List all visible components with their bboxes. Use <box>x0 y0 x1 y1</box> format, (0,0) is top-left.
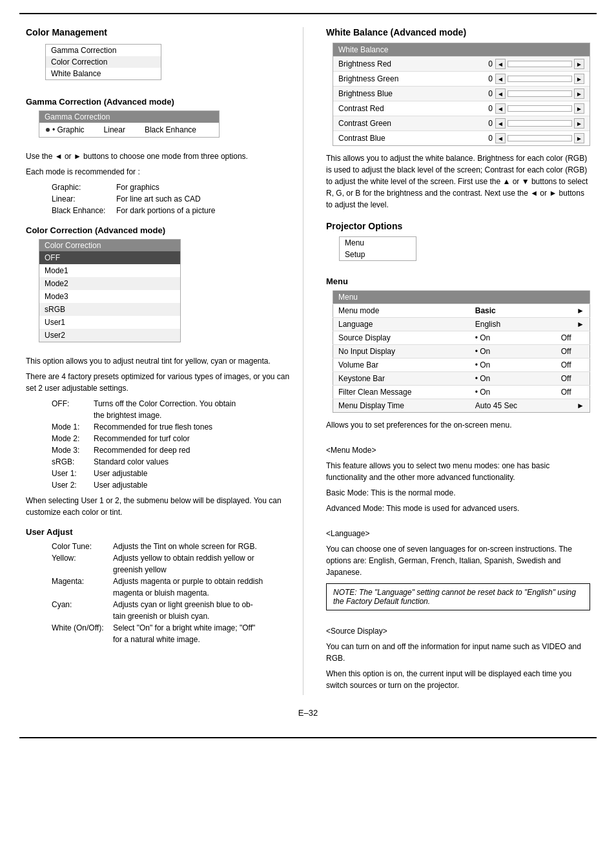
cc-modes-list: OFF: Turns off the Color Correction. You… <box>52 398 290 491</box>
slider-track <box>508 120 572 127</box>
wb-table-header: White Balance <box>333 43 590 56</box>
menu-table-header: Menu <box>333 291 590 304</box>
slider-track <box>508 61 572 67</box>
menu-row-mode-label: Menu mode <box>333 304 470 318</box>
gamma-desc-line1: Use the ◄ or ► buttons to choose one mod… <box>26 151 290 162</box>
menu-row-volume-bar: Volume Bar • On Off <box>333 359 590 372</box>
menu-section-heading: Menu <box>326 276 590 286</box>
slider-left-btn[interactable]: ◄ <box>495 133 506 143</box>
cc-mode-user1: User 1: User adjustable <box>52 468 290 479</box>
slider-contrast-green[interactable]: ◄ ► <box>495 118 584 129</box>
menu-row-keystone-bar: Keystone Bar • On Off <box>333 372 590 386</box>
color-management-menu: Gamma Correction Color Correction White … <box>45 44 161 80</box>
slider-right-btn[interactable]: ► <box>574 103 584 114</box>
cc-mode-3: Mode 3: Recommended for deep red <box>52 444 290 456</box>
user-adjust-heading: User Adjust <box>26 527 290 537</box>
menu-row-mode-value: Basic <box>470 304 556 318</box>
user-adjust-cyan: Cyan: Adjusts cyan or light greenish blu… <box>52 599 290 622</box>
language-desc: You can choose one of seven languages fo… <box>326 543 590 578</box>
menu-row-mode-arrow: ► <box>556 304 590 318</box>
slider-left-btn[interactable]: ◄ <box>495 59 506 69</box>
cc-desc1: This option allows you to adjust neutral… <box>26 355 290 367</box>
menu-desc1: Allows you to set preferences for the on… <box>326 419 590 431</box>
slider-left-btn[interactable]: ◄ <box>495 88 506 99</box>
cc-item-user1: User1 <box>39 316 180 329</box>
gamma-option-black-enhance: Black Enhance <box>145 125 196 134</box>
white-balance-table: White Balance Brightness Red 0 ◄ ► Brigh… <box>333 43 590 146</box>
menu-item-gamma: Gamma Correction <box>46 45 161 56</box>
cc-mode-srgb: sRGB: Standard color values <box>52 456 290 468</box>
gamma-desc-line2: Each mode is recommended for : <box>26 166 290 178</box>
gamma-modes-list: Graphic: For graphics Linear: For line a… <box>52 182 290 216</box>
page-number: E–32 <box>298 708 318 718</box>
slider-contrast-blue[interactable]: ◄ ► <box>495 133 584 143</box>
slider-right-btn[interactable]: ► <box>574 118 584 129</box>
cc-mode-1: Mode 1: Recommended for true flesh tones <box>52 421 290 433</box>
cc-note: When selecting User 1 or 2, the submenu … <box>26 495 290 518</box>
slider-left-btn[interactable]: ◄ <box>495 118 506 129</box>
wb-row-brightness-red: Brightness Red 0 ◄ ► <box>333 56 590 71</box>
slider-right-btn[interactable]: ► <box>574 59 584 69</box>
menu-row-display-time: Menu Display Time Auto 45 Sec ► <box>333 399 590 413</box>
note-box: NOTE: The "Language" setting cannot be r… <box>326 583 590 610</box>
language-heading: <Language> <box>326 528 590 539</box>
menu-row-language: Language English ► <box>333 318 590 331</box>
cc-box-header: Color Correction <box>39 240 180 251</box>
slider-right-btn[interactable]: ► <box>574 88 584 99</box>
wb-row-contrast-green: Contrast Green 0 ◄ ► <box>333 116 590 130</box>
projector-options-menu: Menu Setup <box>339 236 416 261</box>
slider-track <box>508 90 572 97</box>
color-correction-heading: Color Correction (Advanced mode) <box>26 225 290 235</box>
menu-mode-desc: This feature allows you to select two me… <box>326 460 590 483</box>
cc-mode-off: OFF: Turns off the Color Correction. You… <box>52 398 290 421</box>
gamma-correction-heading: Gamma Correction (Advanced mode) <box>26 97 290 107</box>
slider-brightness-red[interactable]: ◄ ► <box>495 59 584 69</box>
menu-row-filter-clean: Filter Clean Message • On Off <box>333 386 590 399</box>
cc-item-mode3: Mode3 <box>39 290 180 303</box>
projector-options-heading: Projector Options <box>326 221 590 231</box>
menu-row-mode: Menu mode Basic ► <box>333 304 590 318</box>
wb-row-contrast-red: Contrast Red 0 ◄ ► <box>333 101 590 116</box>
menu-item-color-correction: Color Correction <box>46 56 161 68</box>
slider-left-btn[interactable]: ◄ <box>495 74 506 84</box>
slider-right-btn[interactable]: ► <box>574 133 584 143</box>
gamma-mode-graphic: Graphic: For graphics <box>52 182 290 193</box>
projector-menu-item: Menu <box>340 237 416 249</box>
slider-contrast-red[interactable]: ◄ ► <box>495 103 584 114</box>
slider-track <box>508 135 572 141</box>
slider-track <box>508 76 572 82</box>
cc-desc2: There are 4 factory presets optimized fo… <box>26 371 290 394</box>
user-adjust-white: White (On/Off): Select "On" for a bright… <box>52 622 290 645</box>
note-text: NOTE: The "Language" setting cannot be r… <box>333 588 576 606</box>
source-display-heading: <Source Display> <box>326 625 590 637</box>
wb-desc: This allows you to adjust the white bala… <box>326 152 590 211</box>
cc-item-mode1: Mode1 <box>39 264 180 277</box>
wb-row-contrast-blue: Contrast Blue 0 ◄ ► <box>333 130 590 145</box>
menu-mode-basic: Basic Mode: This is the normal mode. <box>326 487 590 499</box>
white-balance-heading: White Balance (Advanced mode) <box>326 27 590 37</box>
gamma-box-header: Gamma Correction <box>39 111 219 123</box>
menu-row-no-input-display: No Input Display • On Off <box>333 345 590 359</box>
gamma-correction-box: Gamma Correction • Graphic Linear Black … <box>39 110 220 138</box>
color-management-heading: Color Management <box>26 27 290 37</box>
projector-setup-item: Setup <box>340 249 416 260</box>
cc-item-mode2: Mode2 <box>39 277 180 290</box>
slider-track <box>508 105 572 112</box>
slider-right-btn[interactable]: ► <box>574 74 584 84</box>
user-adjust-yellow: Yellow: Adjusts yellow to obtain reddish… <box>52 552 290 576</box>
menu-mode-advanced: Advanced Mode: This mode is used for adv… <box>326 503 590 514</box>
slider-left-btn[interactable]: ◄ <box>495 103 506 114</box>
menu-detail-table: Menu Menu mode Basic ► Language English … <box>333 290 590 413</box>
menu-mode-heading: <Menu Mode> <box>326 444 590 456</box>
gamma-mode-linear: Linear: For line art such as CAD <box>52 193 290 205</box>
cc-item-user2: User2 <box>39 329 180 342</box>
wb-row-brightness-green: Brightness Green 0 ◄ ► <box>333 71 590 86</box>
wb-row-brightness-blue: Brightness Blue 0 ◄ ► <box>333 86 590 101</box>
slider-brightness-blue[interactable]: ◄ ► <box>495 88 584 99</box>
menu-row-source-display: Source Display • On Off <box>333 331 590 345</box>
slider-brightness-green[interactable]: ◄ ► <box>495 74 584 84</box>
cc-mode-user2: User 2: User adjustable <box>52 479 290 491</box>
gamma-option-graphic: • Graphic <box>46 125 85 134</box>
source-display-desc1: You can turn on and off the information … <box>326 641 590 664</box>
user-adjust-color-tune: Color Tune: Adjusts the Tint on whole sc… <box>52 541 290 552</box>
